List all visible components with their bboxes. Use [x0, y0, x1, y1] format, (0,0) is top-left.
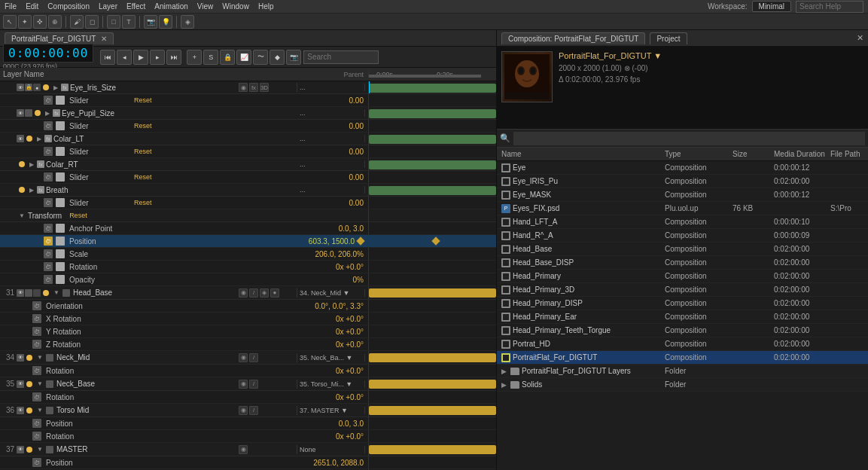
stopwatch[interactable]: ⏱	[32, 366, 41, 375]
layer-row-colar-lt[interactable]: 👁 ▶ fx Colar_LT ...	[0, 133, 496, 145]
proj-row-mask[interactable]: Eye_MASK Composition 0:00:00:12	[497, 188, 868, 202]
timeline-tab[interactable]: PortraitFlat_For_DIGTUT ✕	[5, 32, 114, 44]
layer-parent-pupil[interactable]: ...	[297, 109, 365, 117]
proj-row-solids[interactable]: ▶ Solids Folder	[497, 378, 868, 392]
eye-icon[interactable]: 👁	[17, 380, 24, 388]
menu-edit[interactable]: Edit	[26, 2, 38, 11]
prop-val[interactable]: 0x +0.0°	[336, 393, 364, 401]
fold-triangle[interactable]: ▶	[29, 161, 34, 168]
stopwatch-scale[interactable]: ⏱	[44, 249, 53, 258]
prop-tl[interactable]	[369, 430, 496, 442]
layer-row-head-base[interactable]: 31 👁 ▼ Head_Base ◉ / ◈	[0, 286, 496, 300]
prop-tl[interactable]	[369, 197, 496, 209]
prop-tl[interactable]	[369, 120, 496, 132]
prop-val[interactable]: 0x +0.0°	[336, 367, 364, 375]
proj-row-head-p-disp[interactable]: Head_Primary_DISP Composition 0:02:00:00	[497, 297, 868, 310]
toolbar-eraser[interactable]: ◻	[85, 15, 99, 29]
folder-triangle[interactable]: ▶	[501, 381, 507, 389]
reset-btn[interactable]: Reset	[134, 173, 152, 181]
project-tab[interactable]: Project	[650, 32, 687, 44]
btn-prev[interactable]: ◂	[117, 50, 132, 65]
col-header-type[interactable]: Type	[665, 150, 732, 158]
layer-parent-torso-mid[interactable]: 37. MASTER ▼	[297, 407, 365, 414]
prop-tl-transform[interactable]	[369, 209, 496, 221]
toolbar-shape[interactable]: □	[107, 15, 120, 29]
layer-parent-neck-base[interactable]: 35. Torso_Mi... ▼	[297, 380, 365, 388]
prop-tl[interactable]	[369, 313, 496, 325]
fold-triangle[interactable]: ▶	[45, 110, 50, 117]
prop-val-anchor[interactable]: 0.0, 3.0	[339, 224, 364, 233]
layer-tl-torso-mid[interactable]	[369, 404, 496, 417]
prop-val[interactable]: 0.00	[349, 148, 364, 156]
lock-icon[interactable]: 🔒	[25, 84, 32, 91]
sw-motion-blur[interactable]: ◉	[239, 83, 248, 92]
eye-icon[interactable]: 👁	[17, 289, 24, 297]
prop-tl-rot[interactable]	[369, 261, 496, 273]
solo-icon[interactable]	[33, 289, 41, 297]
toolbar-zoom[interactable]: ⊕	[48, 15, 62, 29]
reset-btn[interactable]: Reset	[69, 212, 87, 219]
btn-frame-back[interactable]: ⏮	[100, 50, 115, 65]
layer-row-eye-pupil[interactable]: 👁 ▶ fx Eye_Pupil_Size ...	[0, 107, 496, 120]
lock-icon[interactable]	[25, 289, 32, 297]
proj-row-hand-lft[interactable]: Hand_LFT_A Composition 0:00:00:10	[497, 215, 868, 229]
toolbar-puppet[interactable]: ◈	[181, 15, 194, 29]
stopwatch-icon[interactable]: ⏱	[44, 147, 53, 156]
sw-2[interactable]: /	[249, 380, 258, 389]
layer-parent-colar-rt[interactable]: ...	[297, 160, 365, 168]
prop-val-rot-tm[interactable]: 0x +0.0°	[336, 432, 364, 441]
prop-val-scale[interactable]: 206.0, 206.0%	[315, 250, 364, 258]
fold-triangle[interactable]: ▼	[37, 354, 43, 361]
prop-timeline[interactable]	[369, 94, 496, 106]
solo-icon[interactable]: ●	[33, 84, 41, 91]
toolbar-brush[interactable]: 🖌	[70, 15, 84, 29]
sw-1[interactable]: ◉	[239, 380, 248, 389]
prop-tl[interactable]	[369, 325, 496, 337]
prop-val-pos[interactable]: 603.3, 1500.0	[309, 237, 355, 246]
prop-val[interactable]: 0.0, 3.0	[339, 420, 364, 428]
workspace-dropdown[interactable]: Minimal	[752, 1, 791, 12]
menu-composition[interactable]: Composition	[47, 2, 90, 11]
col-header-dur[interactable]: Media Duration	[774, 150, 830, 158]
layer-parent[interactable]: ...	[297, 84, 365, 91]
layer-tl-colar-lt[interactable]	[369, 133, 496, 145]
prop-value-text[interactable]: 0.00	[349, 96, 364, 105]
layer-tl-breath[interactable]	[369, 184, 496, 196]
toolbar-select[interactable]: ↖	[3, 15, 17, 29]
proj-row-layers-folder[interactable]: ▶ PortraitFlat_For_DIGTUT Layers Folder	[497, 365, 868, 378]
prop-tl-anchor[interactable]	[369, 222, 496, 234]
proj-row-head-base-p[interactable]: Head_Base Composition 0:02:00:00	[497, 243, 868, 256]
sw-effects[interactable]: fx	[249, 83, 258, 92]
toolbar-light[interactable]: 💡	[159, 15, 172, 29]
stopwatch-icon[interactable]: ⏱	[44, 172, 53, 182]
layer-parent-breath[interactable]: ...	[297, 186, 365, 194]
lock-icon[interactable]	[25, 109, 32, 117]
prop-val[interactable]: 0.00	[349, 173, 364, 182]
layer-tl-neck-base[interactable]	[369, 377, 496, 390]
fold-triangle[interactable]: ▶	[53, 84, 58, 91]
stopwatch-rot[interactable]: ⏱	[44, 262, 53, 271]
btn-lock[interactable]: 🔒	[220, 50, 235, 65]
menu-help[interactable]: Help	[258, 2, 274, 11]
reset-btn[interactable]: Reset	[134, 122, 152, 130]
prop-val[interactable]: 2651.0, 2088.0	[313, 459, 364, 467]
sw-3[interactable]: ◈	[260, 288, 269, 298]
prop-reset-btn[interactable]: Reset	[134, 96, 152, 104]
btn-new-layer[interactable]: +	[187, 50, 202, 65]
sw-1[interactable]: ◉	[239, 288, 248, 298]
sw-1[interactable]: ◉	[239, 353, 248, 362]
sw-2[interactable]: /	[249, 406, 258, 415]
prop-tl-pos[interactable]	[369, 235, 496, 247]
comp-tab[interactable]: Composition: PortraitFlat_For_DIGTUT	[501, 32, 645, 44]
stopwatch[interactable]: ⏱	[32, 314, 41, 323]
layer-parent-head-base[interactable]: 34. Neck_Mid ▼	[297, 289, 365, 297]
btn-camera[interactable]: 📷	[286, 50, 301, 65]
layer-row-transform[interactable]: ▼ Transform Reset	[0, 209, 496, 222]
layer-row-neck-mid[interactable]: 34 👁 ▼ Neck_Mid ◉ / 35. Neck_Ba... ▼	[0, 351, 496, 365]
sw-2[interactable]: /	[249, 288, 258, 298]
prop-val[interactable]: 0.00	[349, 199, 364, 207]
prop-val[interactable]: 0x +0.0°	[336, 315, 364, 323]
layer-row-colar-rt[interactable]: ▶ fx Colar_RT ...	[0, 158, 496, 171]
layer-tl-head-base[interactable]	[369, 286, 496, 299]
menu-file[interactable]: File	[5, 2, 17, 11]
